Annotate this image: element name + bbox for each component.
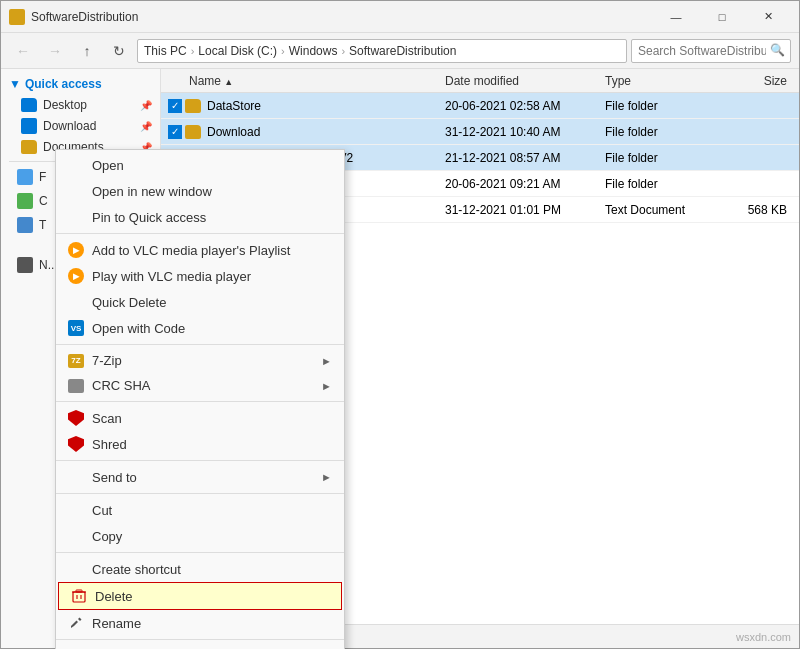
sidebar-item-download[interactable]: Download 📌 — [1, 115, 160, 137]
ctx-open-with-code[interactable]: VS Open with Code — [56, 315, 344, 341]
submenu-arrow: ► — [321, 471, 332, 483]
shield-shred-icon — [68, 436, 84, 452]
ctx-label: Play with VLC media player — [92, 269, 251, 284]
ctx-rename[interactable]: Rename — [56, 610, 344, 636]
breadcrumb-part[interactable]: SoftwareDistribution — [349, 44, 456, 58]
rename-icon — [68, 615, 84, 631]
vlc-icon: ▶ — [68, 242, 84, 258]
breadcrumb: This PC › Local Disk (C:) › Windows › So… — [144, 44, 456, 58]
ctx-open[interactable]: Open — [56, 152, 344, 178]
pin-icon — [68, 209, 84, 225]
ctx-play-vlc[interactable]: ▶ Play with VLC media player — [56, 263, 344, 289]
checkbox[interactable]: ✓ — [168, 125, 182, 139]
ctx-send-to[interactable]: Send to ► — [56, 464, 344, 490]
vlc-icon: ▶ — [68, 268, 84, 284]
ctx-label: Delete — [95, 589, 133, 604]
ctx-label: Rename — [92, 616, 141, 631]
ctx-quick-delete[interactable]: Quick Delete — [56, 289, 344, 315]
sidebar-label: C — [39, 194, 48, 208]
checkbox[interactable]: ✓ — [168, 99, 182, 113]
ctx-label: 7-Zip — [92, 353, 122, 368]
file-name-cell: DataStore — [185, 99, 445, 113]
ctx-separator — [56, 552, 344, 553]
submenu-arrow: ► — [321, 355, 332, 367]
table-row[interactable]: ✓ DataStore 20-06-2021 02:58 AM File fol… — [161, 93, 799, 119]
address-bar[interactable]: This PC › Local Disk (C:) › Windows › So… — [137, 39, 627, 63]
checkbox-cell[interactable]: ✓ — [165, 125, 185, 139]
ctx-cut[interactable]: Cut — [56, 497, 344, 523]
drive-icon — [17, 257, 33, 273]
ctx-crc-sha[interactable]: CRC SHA ► — [56, 373, 344, 398]
app-icon-c — [17, 193, 33, 209]
ctx-separator — [56, 233, 344, 234]
forward-button[interactable]: → — [41, 37, 69, 65]
cut-icon — [68, 502, 84, 518]
folder-icon — [21, 140, 37, 154]
ctx-separator — [56, 639, 344, 640]
breadcrumb-part[interactable]: Windows — [289, 44, 338, 58]
window-icon — [9, 9, 25, 25]
checkbox-cell[interactable]: ✓ — [165, 99, 185, 113]
sidebar-item-label: Download — [43, 119, 96, 133]
pin-icon: 📌 — [140, 121, 152, 132]
folder-icon — [185, 125, 201, 139]
breadcrumb-sep: › — [341, 45, 345, 57]
file-type: Text Document — [605, 203, 725, 217]
header-type[interactable]: Type — [605, 74, 725, 88]
send-to-icon — [68, 469, 84, 485]
ctx-copy[interactable]: Copy — [56, 523, 344, 549]
sidebar-item-label: Desktop — [43, 98, 87, 112]
quick-access-header[interactable]: ▼ Quick access — [1, 73, 160, 95]
up-button[interactable]: ↑ — [73, 37, 101, 65]
header-date[interactable]: Date modified — [445, 74, 605, 88]
refresh-button[interactable]: ↻ — [105, 37, 133, 65]
ctx-scan[interactable]: Scan — [56, 405, 344, 431]
breadcrumb-part[interactable]: This PC — [144, 44, 187, 58]
crc-icon — [68, 379, 84, 393]
ctx-label: Open — [92, 158, 124, 173]
vscode-icon: VS — [68, 320, 84, 336]
open-icon — [68, 157, 84, 173]
header-name[interactable]: Name ▲ — [185, 74, 445, 88]
file-list-header: Name ▲ Date modified Type Size — [161, 69, 799, 93]
app-icon-f — [17, 169, 33, 185]
sort-arrow: ▲ — [224, 77, 233, 87]
file-name-cell: Download — [185, 125, 445, 139]
back-button[interactable]: ← — [9, 37, 37, 65]
ctx-7zip[interactable]: 7Z 7-Zip ► — [56, 348, 344, 373]
ctx-shred[interactable]: Shred — [56, 431, 344, 457]
breadcrumb-sep: › — [281, 45, 285, 57]
search-icon: 🔍 — [770, 43, 785, 57]
ctx-create-shortcut[interactable]: Create shortcut — [56, 556, 344, 582]
folder-icon — [21, 98, 37, 112]
ctx-add-vlc-playlist[interactable]: ▶ Add to VLC media player's Playlist — [56, 237, 344, 263]
ctx-open-new-window[interactable]: Open in new window — [56, 178, 344, 204]
ctx-separator — [56, 493, 344, 494]
ctx-delete[interactable]: Delete — [58, 582, 342, 610]
ctx-label: Shred — [92, 437, 127, 452]
watermark: wsxdn.com — [736, 631, 791, 643]
file-type: File folder — [605, 99, 725, 113]
file-type: File folder — [605, 177, 725, 191]
breadcrumb-sep: › — [191, 45, 195, 57]
header-size[interactable]: Size — [725, 74, 795, 88]
search-input[interactable] — [631, 39, 791, 63]
sidebar-item-desktop[interactable]: Desktop 📌 — [1, 95, 160, 115]
file-date: 21-12-2021 08:57 AM — [445, 151, 605, 165]
shortcut-icon — [68, 561, 84, 577]
ctx-label: Create shortcut — [92, 562, 181, 577]
file-name: DataStore — [207, 99, 261, 113]
ctx-properties[interactable]: Properties — [56, 643, 344, 649]
open-new-window-icon — [68, 183, 84, 199]
ctx-pin-quick-access[interactable]: Pin to Quick access — [56, 204, 344, 230]
table-row[interactable]: ✓ Download 31-12-2021 10:40 AM File fold… — [161, 119, 799, 145]
quick-access-label: Quick access — [25, 77, 102, 91]
maximize-button[interactable]: □ — [699, 1, 745, 33]
file-date: 31-12-2021 10:40 AM — [445, 125, 605, 139]
ctx-label: Pin to Quick access — [92, 210, 206, 225]
ctx-separator — [56, 460, 344, 461]
breadcrumb-part[interactable]: Local Disk (C:) — [198, 44, 277, 58]
window: SoftwareDistribution — □ ✕ ← → ↑ ↻ This … — [0, 0, 800, 649]
close-button[interactable]: ✕ — [745, 1, 791, 33]
minimize-button[interactable]: — — [653, 1, 699, 33]
